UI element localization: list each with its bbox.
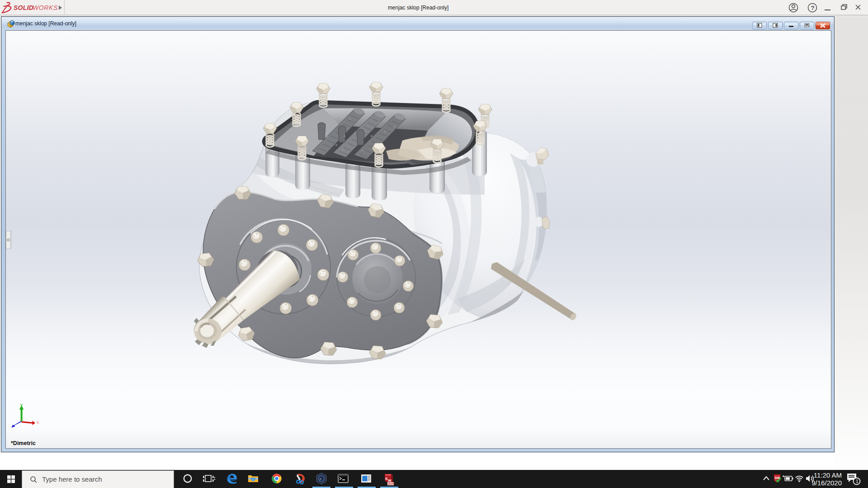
svg-text:?: ? [811,5,815,11]
svg-text:X: X [36,420,39,425]
svg-text:1: 1 [856,479,859,484]
svg-text:SOLID: SOLID [14,4,33,11]
svg-text:WORKS: WORKS [33,4,58,11]
svg-text:2020: 2020 [388,482,395,485]
